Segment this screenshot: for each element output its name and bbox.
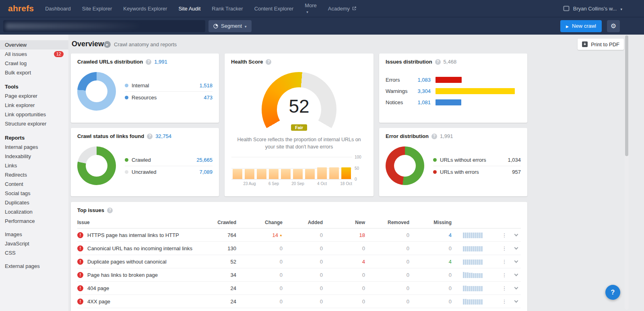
nav-item-site-explorer[interactable]: Site Explorer	[82, 6, 112, 12]
history-bar[interactable]	[293, 169, 303, 179]
sidebar-item-page-explorer[interactable]: Page explorer	[0, 91, 68, 101]
sidebar-item-links[interactable]: Links	[0, 161, 68, 170]
distribution-value[interactable]: 3,304	[411, 88, 431, 94]
sidebar-item-external-pages[interactable]: External pages	[0, 262, 68, 271]
missing-value[interactable]: 4	[409, 259, 452, 265]
distribution-value[interactable]: 1,083	[411, 77, 431, 83]
sidebar-item-all-issues[interactable]: All issues12	[0, 49, 68, 59]
history-bar[interactable]	[305, 169, 315, 179]
history-bar[interactable]	[317, 167, 327, 179]
tour-play-icon[interactable]	[104, 41, 111, 48]
sidebar-item-css[interactable]: CSS	[0, 248, 68, 257]
column-header-issue[interactable]: Issue	[77, 220, 202, 225]
account-menu[interactable]: Bryan Collins's w...	[563, 6, 622, 12]
legend-value[interactable]: 473	[204, 95, 213, 101]
row-expand-button[interactable]	[511, 247, 521, 249]
sidebar-item-internal-pages[interactable]: Internal pages	[0, 142, 68, 152]
row-expand-button[interactable]	[511, 261, 521, 262]
scrollbar-thumb[interactable]	[625, 35, 628, 156]
issue-name[interactable]: Duplicate pages without canonical	[87, 259, 167, 265]
help-icon[interactable]	[435, 59, 441, 65]
help-icon[interactable]	[107, 208, 113, 213]
sidebar-item-duplicates[interactable]: Duplicates	[0, 198, 68, 207]
sidebar-item-structure-explorer[interactable]: Structure explorer	[0, 119, 68, 128]
sidebar-item-content[interactable]: Content	[0, 179, 68, 189]
project-url-input[interactable]	[3, 20, 205, 32]
history-bar[interactable]	[329, 167, 339, 179]
legend-value[interactable]: 1,518	[199, 82, 213, 89]
row-expand-button[interactable]	[511, 301, 521, 302]
sidebar-item-images[interactable]: Images	[0, 230, 68, 239]
history-bar[interactable]	[257, 169, 266, 179]
ahrefs-logo[interactable]: ahrefs	[8, 4, 34, 13]
distribution-bar[interactable]	[436, 88, 515, 94]
row-expand-button[interactable]	[511, 287, 521, 289]
issue-name[interactable]: Page has links to broken page	[87, 272, 158, 278]
sidebar-item-localization[interactable]: Localization	[0, 207, 68, 216]
card-total-link[interactable]: 32,754	[155, 133, 171, 139]
column-header-crawled[interactable]: Crawled	[202, 220, 236, 225]
sidebar-item-crawl-log[interactable]: Crawl log	[0, 59, 68, 68]
sidebar-item-javascript[interactable]: JavaScript	[0, 239, 68, 248]
sidebar-item-social-tags[interactable]: Social tags	[0, 189, 68, 198]
history-bar[interactable]	[245, 169, 254, 179]
nav-item-dashboard[interactable]: Dashboard	[45, 6, 71, 12]
nav-item-keywords-explorer[interactable]: Keywords Explorer	[123, 6, 167, 12]
column-header-added[interactable]: Added	[283, 220, 323, 225]
legend-value[interactable]: 25,665	[196, 157, 213, 163]
row-expand-button[interactable]	[511, 234, 521, 236]
print-to-pdf-button[interactable]: Print to PDF	[578, 39, 624, 50]
help-icon[interactable]	[266, 59, 271, 65]
issue-name[interactable]: 4XX page	[87, 299, 110, 305]
sidebar-item-indexability[interactable]: Indexability	[0, 152, 68, 161]
row-expand-button[interactable]	[511, 274, 521, 276]
help-icon[interactable]	[431, 134, 437, 139]
sidebar-item-redirects[interactable]: Redirects	[0, 170, 68, 179]
help-button[interactable]: ?	[605, 285, 620, 300]
sidebar-item-link-opportunities[interactable]: Link opportunities	[0, 110, 68, 119]
segment-button[interactable]: Segment	[208, 20, 252, 32]
column-header-change[interactable]: Change	[236, 220, 283, 225]
settings-button[interactable]	[607, 20, 620, 32]
column-header-missing[interactable]: Missing	[409, 220, 452, 225]
sidebar-item-link-explorer[interactable]: Link explorer	[0, 101, 68, 110]
distribution-bar[interactable]	[436, 77, 462, 83]
nav-item-rank-tracker[interactable]: Rank Tracker	[212, 6, 243, 12]
nav-item-more[interactable]: More	[305, 2, 317, 14]
row-menu-button[interactable]	[497, 299, 511, 305]
row-menu-button[interactable]	[497, 245, 511, 251]
nav-item-academy[interactable]: Academy	[328, 6, 356, 12]
row-menu-button[interactable]	[497, 259, 511, 265]
issue-name[interactable]: 404 page	[87, 285, 109, 291]
issue-name[interactable]: HTTPS page has internal links to HTTP	[87, 232, 179, 238]
nav-item-site-audit[interactable]: Site Audit	[178, 6, 200, 12]
sidebar-item-performance[interactable]: Performance	[0, 216, 68, 226]
row-menu-button[interactable]	[497, 232, 511, 238]
change-value: 14	[272, 232, 278, 238]
distribution-value[interactable]: 1,081	[411, 99, 431, 105]
health-history-chart: 100 50 0 23 Aug6 Sep20 Sep4 Oct18 Oct	[231, 157, 367, 187]
card-total-link[interactable]: 1,991	[154, 59, 167, 65]
distribution-bar[interactable]	[436, 99, 461, 105]
help-icon[interactable]	[146, 59, 151, 65]
table-row: Page has links to broken page3400000	[77, 268, 521, 282]
crawled-urls-donut-chart[interactable]	[77, 72, 116, 111]
error-distribution-donut-chart[interactable]	[386, 146, 424, 185]
sidebar-item-overview[interactable]: Overview	[0, 40, 68, 49]
history-bar[interactable]	[281, 169, 291, 179]
history-bar[interactable]	[269, 169, 279, 179]
column-header-removed[interactable]: Removed	[365, 220, 409, 225]
sidebar-item-bulk-export[interactable]: Bulk export	[0, 68, 68, 77]
nav-item-content-explorer[interactable]: Content Explorer	[254, 6, 294, 12]
row-menu-button[interactable]	[497, 272, 511, 278]
legend-value[interactable]: 7,089	[199, 169, 213, 175]
new-crawl-button[interactable]: New crawl	[560, 20, 602, 32]
history-bar[interactable]	[233, 169, 242, 179]
missing-value[interactable]: 4	[409, 232, 452, 238]
crawl-status-donut-chart[interactable]	[77, 146, 116, 185]
column-header-new[interactable]: New	[323, 220, 365, 225]
issue-name[interactable]: Canonical URL has no incoming internal l…	[87, 245, 192, 251]
row-menu-button[interactable]	[497, 285, 511, 291]
history-bar[interactable]	[341, 167, 351, 179]
help-icon[interactable]	[147, 134, 153, 139]
